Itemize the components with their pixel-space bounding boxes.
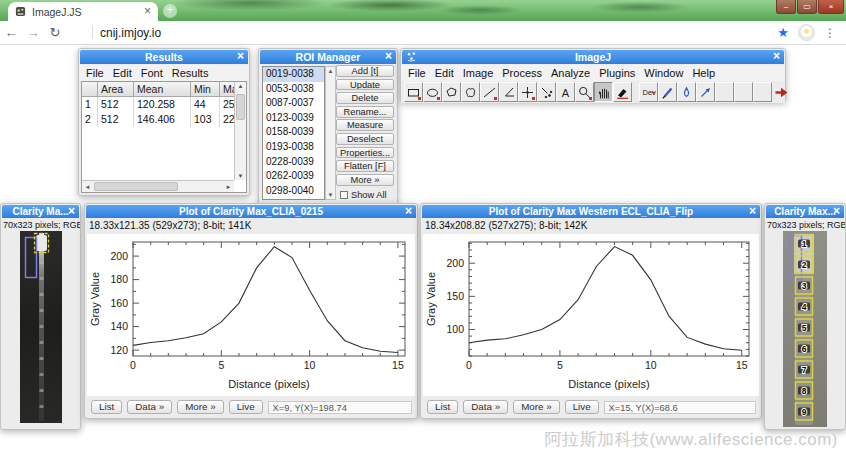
forward-icon[interactable]: → [22,25,44,40]
column-header[interactable]: Area [98,82,134,97]
roi-button[interactable]: Properties... [336,147,394,159]
table-row[interactable]: 2512146.406103228 [82,112,246,127]
roi-checkbox-show-all[interactable]: Show All [336,189,394,200]
roi-button[interactable]: Measure [336,119,394,131]
plot-footer-button[interactable]: More » [513,400,560,414]
plot-footer-button[interactable]: Data » [127,400,172,414]
menu-item[interactable]: Image [463,67,494,79]
color-picker-tool[interactable] [613,82,632,102]
brush-tool[interactable] [658,82,677,102]
menu-item[interactable]: File [408,67,426,79]
roi-list-item[interactable]: 0228-0039 [263,155,324,170]
menu-item[interactable]: Window [644,67,683,79]
zoom-tool[interactable] [575,82,594,102]
plot-footer-button[interactable]: List [91,400,122,414]
hand-tool[interactable] [594,82,613,102]
plot-right-canvas[interactable]: 051015100150200Distance (pixels)Gray Val… [423,234,759,396]
roi-button[interactable]: Deselect [336,133,394,145]
url-text[interactable]: cnij.imjoy.io [100,26,161,40]
blot-image-left[interactable] [20,231,62,423]
plot-footer-button[interactable]: List [427,400,458,414]
roi-button[interactable]: More » [336,174,394,186]
roi-button[interactable]: Update [336,79,394,91]
image-right-titlebar[interactable]: Clarity Max... × [766,205,844,218]
bookmark-star-icon[interactable]: ★ [777,25,789,40]
roi-list-item[interactable]: 0123-0039 [263,111,324,126]
menu-item[interactable]: File [86,67,104,79]
minimize-button[interactable]: – [776,0,796,14]
numbered-roi-boxes[interactable]: 123456789 [796,235,813,420]
column-header[interactable] [82,82,98,97]
roi-list-scrollbar[interactable]: ▲ ▼ [325,66,336,200]
roi-list-item[interactable]: 0193-0038 [263,140,324,155]
scroll-down-icon[interactable]: ▼ [326,192,335,198]
menu-item[interactable]: Results [172,67,209,79]
profile-avatar[interactable] [798,24,815,41]
scroll-up-icon[interactable]: ▲ [235,83,246,89]
text-tool[interactable]: A [556,82,575,102]
scroll-thumb[interactable] [236,94,245,120]
roi-button[interactable]: Flatten [F] [336,160,394,172]
dev-menu-tool[interactable]: Dev [639,82,658,102]
results-titlebar[interactable]: Results × [80,50,248,64]
checkbox-box[interactable] [340,191,348,199]
results-vertical-scrollbar[interactable]: ▲ ▼ [234,82,246,180]
new-tab-button[interactable]: + [163,4,177,18]
scroll-up-icon[interactable]: ▲ [326,68,335,74]
maximize-button[interactable]: ▭ [797,0,817,14]
blot-image-right[interactable]: 123456789 [783,231,827,427]
roi-manager-titlebar[interactable]: ROI Manager × [260,50,396,64]
close-icon[interactable]: × [773,50,780,63]
column-header[interactable]: Mean [134,82,191,97]
flood-fill-tool[interactable] [677,82,696,102]
scroll-right-icon[interactable]: ► [223,181,234,193]
close-icon[interactable]: × [749,205,756,218]
close-icon[interactable]: × [405,205,412,218]
menu-item[interactable]: Help [692,67,715,79]
close-icon[interactable]: × [833,205,840,218]
oval-tool[interactable] [423,82,442,102]
table-row[interactable]: 1512120.25844255 [82,97,246,112]
polygon-tool[interactable] [442,82,461,102]
browser-tab[interactable]: ImageJ.JS × [8,2,158,21]
close-icon[interactable]: × [68,205,75,218]
rectangle-tool[interactable] [404,82,423,102]
menu-item[interactable]: Font [141,67,163,79]
menu-item[interactable]: Plugins [599,67,635,79]
close-window-button[interactable]: × [818,0,844,14]
plot-right-titlebar[interactable]: Plot of Clarity Max Western ECL_CLIA_Fli… [422,205,760,218]
roi-button[interactable]: Rename... [336,106,394,118]
plot-footer-button[interactable]: Live [229,400,263,414]
column-header[interactable]: Min [191,82,220,97]
roi-button[interactable]: Delete [336,92,394,104]
reload-icon[interactable]: ↻ [44,25,66,40]
roi-list-item[interactable]: 0053-0038 [263,82,324,97]
point-tool[interactable] [518,82,537,102]
angle-tool[interactable] [499,82,518,102]
scroll-thumb[interactable] [94,182,178,191]
tab-close-icon[interactable]: × [144,6,151,17]
roi-list-item[interactable]: 0158-0039 [263,125,324,140]
browser-menu-icon[interactable]: ⋮ [824,26,836,40]
wand-tool[interactable] [537,82,556,102]
roi-list-item[interactable]: 0298-0040 [263,184,324,199]
menu-item[interactable]: Edit [435,67,454,79]
plot-left-canvas[interactable]: 051015120140160180200Distance (pixels)Gr… [87,234,415,396]
close-icon[interactable]: × [385,50,392,63]
roi-button[interactable]: Add [t] [336,65,394,77]
more-tools[interactable] [772,82,791,102]
scroll-down-icon[interactable]: ▼ [235,173,246,179]
image-left-titlebar[interactable]: Clarity Ma... × [2,205,79,218]
menu-item[interactable]: Process [502,67,542,79]
line-tool[interactable] [480,82,499,102]
imagej-titlebar[interactable]: ImageJ × [402,50,784,64]
plot-footer-button[interactable]: Live [565,400,599,414]
roi-list-item[interactable]: 0087-0037 [263,96,324,111]
menu-item[interactable]: Analyze [551,67,590,79]
plot-left-titlebar[interactable]: Plot of Clarity Max_CLIA_0215 × [86,205,416,218]
back-icon[interactable]: ← [0,25,22,40]
arrow-tool[interactable] [696,82,715,102]
results-horizontal-scrollbar[interactable]: ◄ ► [82,180,234,192]
menu-item[interactable]: Edit [113,67,132,79]
freehand-tool[interactable] [461,82,480,102]
